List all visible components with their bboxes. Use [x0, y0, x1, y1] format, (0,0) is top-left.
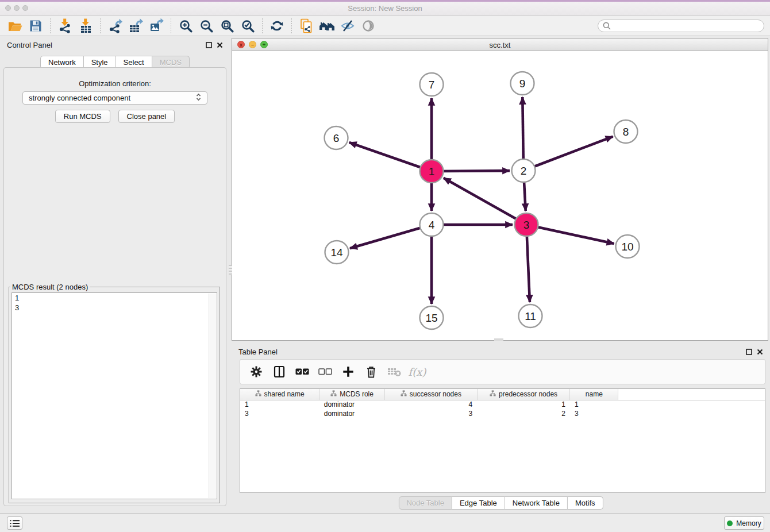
zoom-in-button[interactable]: [175, 17, 196, 34]
graph-edge-1-6[interactable]: [349, 142, 432, 171]
graph-edge-2-8[interactable]: [523, 137, 613, 171]
column-header-shared-name[interactable]: shared name: [240, 389, 319, 400]
network-view-window: x – + scc.txt 7968124314101511: [232, 38, 768, 341]
vertical-splitter-grip[interactable]: [229, 265, 232, 275]
export-image-button[interactable]: [146, 17, 167, 34]
graph-edge-4-14[interactable]: [350, 225, 432, 248]
result-scrollbar[interactable]: [209, 294, 216, 498]
table-cell[interactable]: dominator: [319, 400, 385, 409]
graph-node-1[interactable]: 1: [420, 160, 444, 183]
import-table-button[interactable]: [75, 17, 96, 34]
table-tab-edge-table[interactable]: Edge Table: [452, 496, 505, 510]
column-header-MCDS-role[interactable]: MCDS role: [319, 389, 385, 400]
search-icon: [603, 22, 611, 30]
table-cell[interactable]: 2: [477, 409, 570, 418]
graph-node-2[interactable]: 2: [512, 159, 536, 182]
mcds-result-title: MCDS result (2 nodes): [10, 283, 90, 291]
close-panel-icon[interactable]: [757, 349, 763, 355]
table-cell[interactable]: 3: [570, 409, 618, 418]
table-panel: Table Panel: [232, 342, 770, 511]
svg-text:4: 4: [429, 219, 435, 231]
zoom-selected-button[interactable]: [237, 17, 258, 34]
criterion-select[interactable]: strongly connected component: [22, 91, 207, 105]
open-session-button[interactable]: [5, 17, 25, 34]
close-panel-button[interactable]: Close panel: [118, 110, 175, 123]
close-panel-icon[interactable]: [217, 42, 223, 48]
apply-layout-button[interactable]: [267, 17, 287, 34]
delete-column-button[interactable]: [361, 362, 382, 381]
search-box: [598, 20, 764, 32]
network-canvas[interactable]: 7968124314101511: [232, 51, 768, 340]
deselect-all-rows-button[interactable]: [315, 362, 336, 381]
import-network-button[interactable]: [55, 17, 75, 34]
chevron-up-down-icon: [196, 93, 201, 101]
show-graphics-details-button[interactable]: [358, 17, 379, 34]
graph-node-3[interactable]: 3: [515, 213, 538, 236]
hide-graphics-details-button[interactable]: [337, 17, 358, 34]
graph-node-7[interactable]: 7: [420, 73, 444, 96]
table-row[interactable]: 3dominator323: [240, 409, 765, 418]
table-cell[interactable]: 4: [385, 400, 478, 409]
select-all-rows-button[interactable]: [292, 362, 313, 381]
column-header-label: predecessor nodes: [499, 390, 557, 398]
graph-node-8[interactable]: 8: [614, 120, 638, 143]
network-graph[interactable]: 7968124314101511: [232, 51, 768, 340]
new-network-from-selection-button[interactable]: [296, 17, 317, 34]
table-cell[interactable]: 3: [385, 409, 478, 418]
tree-column-icon: [490, 390, 496, 398]
table-tab-network-table[interactable]: Network Table: [505, 496, 568, 510]
graph-node-14[interactable]: 14: [325, 241, 349, 264]
column-header-name[interactable]: name: [570, 389, 618, 400]
graph-node-11[interactable]: 11: [519, 304, 542, 327]
unchecked-boxes-icon: [318, 368, 332, 376]
zoom-fit-button[interactable]: [217, 17, 237, 34]
tree-column-icon: [401, 390, 407, 398]
memory-button[interactable]: Memory: [724, 516, 764, 530]
table-cell[interactable]: dominator: [319, 409, 385, 418]
add-column-button[interactable]: [338, 362, 359, 381]
zoom-out-button[interactable]: [196, 17, 217, 34]
mcds-result-line: 1: [12, 293, 217, 303]
save-session-button[interactable]: [25, 17, 46, 34]
graph-edge-3-1[interactable]: [444, 178, 526, 225]
mcds-result-list[interactable]: 13: [11, 292, 217, 499]
network-overview-button[interactable]: [317, 17, 337, 34]
column-header-successor-nodes[interactable]: successor nodes: [385, 389, 478, 400]
column-visibility-button[interactable]: [269, 362, 290, 381]
table-tab-motifs[interactable]: Motifs: [568, 496, 603, 510]
network-document-icon: [299, 18, 314, 33]
column-header-predecessor-nodes[interactable]: predecessor nodes: [477, 389, 570, 400]
table-settings-button[interactable]: [246, 362, 267, 381]
table-tab-node-table[interactable]: Node Table: [398, 496, 452, 510]
svg-text:1: 1: [429, 165, 435, 178]
table-cell[interactable]: 1: [240, 400, 319, 409]
search-input[interactable]: [614, 22, 759, 30]
float-panel-icon[interactable]: [206, 42, 212, 48]
graph-node-6[interactable]: 6: [325, 126, 348, 149]
graph-node-10[interactable]: 10: [616, 235, 640, 258]
table-cell[interactable]: 1: [570, 400, 618, 409]
table-cell[interactable]: 3: [240, 409, 319, 418]
graph-node-15[interactable]: 15: [420, 306, 444, 329]
run-mcds-button[interactable]: Run MCDS: [55, 110, 110, 123]
table-cell[interactable]: 1: [477, 400, 570, 409]
memory-label: Memory: [736, 519, 761, 527]
graph-edge-3-10[interactable]: [526, 225, 614, 244]
export-table-button[interactable]: [125, 17, 146, 34]
table-panel-title: Table Panel: [238, 348, 278, 356]
float-panel-icon[interactable]: [746, 349, 752, 355]
graph-node-9[interactable]: 9: [511, 72, 534, 95]
export-network-button[interactable]: [105, 17, 125, 34]
task-history-button[interactable]: [7, 516, 22, 530]
horizontal-splitter-grip[interactable]: [494, 338, 503, 341]
titlebar-accent: [0, 0, 770, 2]
control-panel-title: Control Panel: [7, 41, 52, 49]
delete-table-button[interactable]: [384, 362, 405, 381]
function-builder-button[interactable]: f(x): [407, 362, 428, 381]
table-row[interactable]: 1dominator411: [240, 400, 765, 409]
mcds-result-box: MCDS result (2 nodes) 13: [9, 283, 220, 503]
table-cell-filler: [618, 400, 765, 409]
graph-node-4[interactable]: 4: [420, 213, 444, 236]
status-bar: Memory: [0, 513, 770, 532]
memory-status-dot: [727, 521, 733, 526]
